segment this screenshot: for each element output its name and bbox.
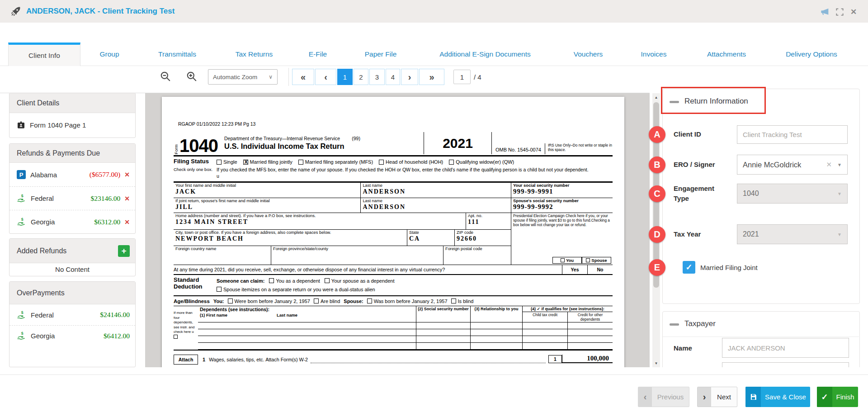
taxpayer-name-input[interactable] <box>722 338 849 358</box>
next-page-button[interactable]: › <box>401 69 418 85</box>
client-id-input[interactable] <box>737 125 848 144</box>
ero-signer-value: Annie McGoldrick <box>743 161 801 169</box>
zoom-level-select[interactable]: Automatic Zoom ∨ <box>208 69 278 85</box>
form-1040-page-1-item[interactable]: Form 1040 Page 1 <box>9 113 135 137</box>
page-button-4[interactable]: 4 <box>386 69 400 85</box>
jurisdiction-label: Georgia <box>31 218 94 226</box>
save-icon <box>745 387 761 407</box>
tab-paper-file[interactable]: Paper File <box>365 43 397 66</box>
tab-invoices[interactable]: Invoices <box>641 43 667 66</box>
you-as-dependent: You as a dependent <box>276 278 320 284</box>
scroll-down-icon[interactable]: ▼ <box>652 359 660 367</box>
line-number: 1 <box>203 357 205 362</box>
overpayment-row-federal[interactable]: $ Federal $24146.00 <box>9 304 135 325</box>
ero-signer-select[interactable]: Annie McGoldrick ✕ ▼ <box>737 155 848 175</box>
refund-row-alabama[interactable]: P Alabama ($6577.00) ✕ <box>9 163 135 186</box>
last-page-button[interactable]: » <box>419 69 444 85</box>
zoom-level-value: Automatic Zoom <box>213 74 257 81</box>
tax-year-value: 2021 <box>743 230 759 238</box>
close-icon[interactable]: ✕ <box>848 6 859 17</box>
filing-status-section: Filing Status Check only one box. Single… <box>174 156 613 183</box>
age-spouse: Spouse: <box>344 299 363 304</box>
campaign-text: Presidential Election Campaign Check her… <box>513 214 611 227</box>
engagement-type-select: 1040 ▼ <box>737 184 848 204</box>
dependent-empty-row <box>198 343 613 350</box>
tab-e-file[interactable]: E-File <box>309 43 327 66</box>
zip-label: ZIP code <box>457 230 511 235</box>
fullscreen-icon[interactable] <box>834 6 845 17</box>
engagement-type-value: 1040 <box>743 190 759 198</box>
ero-signer-label: ERO / Signer <box>674 161 715 168</box>
svg-text:$: $ <box>21 331 24 336</box>
filing-option: Single <box>223 159 237 165</box>
next-label: Next <box>711 387 737 407</box>
checkbox-icon <box>174 335 178 339</box>
zoom-out-icon[interactable] <box>160 71 171 82</box>
svg-text:$: $ <box>21 310 24 315</box>
checkbox-icon <box>449 160 454 165</box>
dotted-leader <box>311 358 546 363</box>
chevron-down-icon: ▼ <box>837 232 842 237</box>
finish-button[interactable]: ✓ Finish <box>817 387 858 407</box>
collapse-icon[interactable] <box>670 323 679 326</box>
checked-checkbox-icon: X <box>243 160 248 165</box>
remove-icon[interactable]: ✕ <box>124 171 130 178</box>
announcement-icon[interactable] <box>820 6 830 17</box>
collapse-icon[interactable] <box>670 101 679 103</box>
scroll-up-icon[interactable]: ▲ <box>652 93 660 101</box>
chevron-down-icon: ∨ <box>269 74 273 80</box>
clear-icon[interactable]: ✕ <box>826 161 838 169</box>
added-refunds-header: Added Refunds + <box>9 239 135 263</box>
tab-group[interactable]: Group <box>99 43 119 66</box>
virtual-currency-question: At any time during 2021, did you receive… <box>174 267 562 272</box>
remove-icon[interactable]: ✕ <box>124 218 130 226</box>
previous-button[interactable]: ‹ Previous <box>638 387 689 407</box>
chevron-down-icon[interactable]: ▼ <box>837 162 842 167</box>
dependents-section: If more than four dependents, see instr.… <box>174 306 613 350</box>
wages-line-row: Attach 1 Wages, salaries, tips, etc. Att… <box>174 350 613 363</box>
page-number-input[interactable] <box>453 70 471 84</box>
chevron-left-icon: ‹ <box>638 387 652 407</box>
tax-year-select: 2021 ▼ <box>737 224 848 244</box>
first-page-button[interactable]: « <box>292 69 314 85</box>
tab-delivery-options[interactable]: Delivery Options <box>786 43 837 66</box>
pdf-page: RGAOP 01/10/2022 12:23 PM Pg 13 Form 104… <box>162 97 624 367</box>
page-button-2[interactable]: 2 <box>354 69 368 85</box>
checkbox-icon <box>451 299 456 303</box>
annotation-badge-b: B <box>649 156 665 173</box>
tab-attachments[interactable]: Attachments <box>707 43 746 66</box>
page-navigation: « ‹ 1 2 3 4 › » <box>292 69 445 85</box>
irs-use-only: IRS Use Only–Do not write or staple in t… <box>545 143 613 154</box>
checkbox-icon <box>586 258 590 262</box>
next-button[interactable]: › Next <box>697 387 737 407</box>
save-and-close-button[interactable]: Save & Close <box>745 387 810 407</box>
std-label-1: Standard <box>174 276 217 283</box>
tab-transmittals[interactable]: Transmittals <box>158 43 196 66</box>
is-blind: Is blind <box>458 299 474 304</box>
add-refund-button[interactable]: + <box>118 245 130 257</box>
address-value: 1234 MAIN STREET <box>175 218 466 226</box>
spouse-born: Was born before January 2, 1957 <box>374 299 448 304</box>
overpayment-row-georgia[interactable]: $ Georgia $6412.00 <box>9 325 135 346</box>
previous-page-button[interactable]: ‹ <box>315 69 336 85</box>
page-button-3[interactable]: 3 <box>369 69 385 85</box>
last-name-value: ANDERSON <box>363 188 511 195</box>
spouse-ssn-value: 999-99-9992 <box>513 203 613 211</box>
checkbox-icon <box>325 278 330 283</box>
page-button-1[interactable]: 1 <box>337 69 353 85</box>
tab-tax-returns[interactable]: Tax Returns <box>236 43 273 66</box>
checkbox-icon <box>314 299 319 303</box>
zoom-in-icon[interactable] <box>186 71 198 82</box>
tab-client-info[interactable]: Client Info <box>8 43 80 66</box>
remove-icon[interactable]: ✕ <box>124 195 130 202</box>
tab-vouchers[interactable]: Vouchers <box>574 43 603 66</box>
form-word: Form <box>174 144 179 154</box>
dep-col-first-name: (1) First name <box>200 313 277 317</box>
form-title: U.S. Individual Income Tax Return <box>224 142 424 151</box>
tab-additional-esign-documents[interactable]: Additional E-Sign Documents <box>439 43 531 66</box>
taxpayer-second-input[interactable] <box>722 362 849 367</box>
married-filing-joint-checkbox[interactable]: ✓ <box>683 261 695 274</box>
refund-row-federal[interactable]: $ Federal $23146.00 ✕ <box>9 186 135 210</box>
state-label: State <box>409 230 454 235</box>
refund-row-georgia[interactable]: $ Georgia $6312.00 ✕ <box>9 210 135 233</box>
